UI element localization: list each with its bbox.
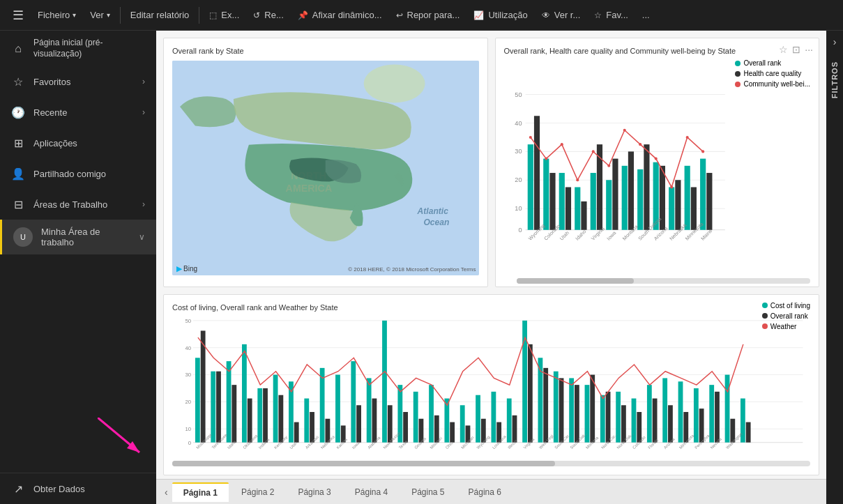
tab-page-1[interactable]: Página 1 <box>172 482 229 502</box>
svg-rect-80 <box>195 358 200 442</box>
toolbar-fav[interactable]: ☆ Fav... <box>587 6 635 24</box>
sidebar-item-shared[interactable]: 👤 Partilhado comigo <box>0 158 156 189</box>
svg-text:40: 40 <box>185 344 192 351</box>
bottom-scroll-thumb[interactable] <box>172 461 555 466</box>
map-attribution: © 2018 HERE, © 2018 Microsoft Corporatio… <box>348 266 476 273</box>
toolbar-re[interactable]: ↺ Re... <box>246 6 290 24</box>
svg-rect-117 <box>216 371 221 442</box>
svg-text:10: 10 <box>515 205 522 212</box>
sidebar-item-my-workspace[interactable]: U Minha Área de trabalho ∨ <box>0 220 156 254</box>
sidebar-item-workspaces[interactable]: ⊟ Áreas de Trabalho › <box>0 189 156 220</box>
svg-rect-91 <box>367 378 372 442</box>
sidebar-item-apps[interactable]: ⊞ Aplicações <box>0 128 156 158</box>
sidebar-item-home[interactable]: ⌂ Página inicial (pré-visualização) <box>0 31 156 66</box>
tab-page-5[interactable]: Página 5 <box>400 483 455 501</box>
legend-cost: Cost of living <box>762 302 810 310</box>
chart-actions: ☆ ⊡ ··· <box>779 44 813 55</box>
svg-text:50: 50 <box>515 91 522 98</box>
tab-nav-left[interactable]: ‹ <box>162 487 171 498</box>
svg-rect-83 <box>242 344 247 442</box>
svg-rect-84 <box>257 388 262 443</box>
toolbar-ex[interactable]: ⬚ Ex... <box>202 6 246 24</box>
clock-icon: 🕐 <box>11 106 25 119</box>
svg-rect-126 <box>356 405 361 442</box>
svg-point-47 <box>576 178 579 181</box>
content-area: Overall rank by State <box>156 31 826 504</box>
svg-rect-24 <box>590 173 595 230</box>
svg-rect-25 <box>606 180 612 230</box>
svg-rect-109 <box>647 385 652 443</box>
sidebar-item-recent[interactable]: 🕐 Recente › <box>0 97 156 128</box>
filters-collapse-button[interactable]: › <box>830 31 840 53</box>
tab-page-3[interactable]: Página 3 <box>287 483 342 501</box>
svg-rect-120 <box>263 388 268 443</box>
toolbar-more[interactable]: ... <box>635 6 657 24</box>
svg-rect-37 <box>612 159 618 230</box>
tab-page-6[interactable]: Página 6 <box>457 483 512 501</box>
toolbar-ficheiro[interactable]: Ficheiro ▾ <box>31 6 83 24</box>
svg-point-3 <box>364 64 425 102</box>
menu-button[interactable]: ☰ <box>6 3 31 28</box>
svg-rect-140 <box>575 385 579 443</box>
svg-text:20: 20 <box>515 176 522 183</box>
svg-rect-33 <box>549 173 555 230</box>
toolbar: ☰ Ficheiro ▾ Ver ▾ Editar relatório ⬚ Ex… <box>0 0 843 31</box>
svg-point-50 <box>623 129 625 132</box>
map-content: Atlantic Ocean NORTH AMERICA ▶ Bing <box>172 61 479 275</box>
svg-rect-122 <box>294 422 299 442</box>
star-icon: ☆ <box>11 75 25 89</box>
top-chart-scrollbar[interactable] <box>517 278 811 284</box>
svg-point-55 <box>701 150 704 153</box>
svg-text:0: 0 <box>188 439 192 445</box>
map-svg: Atlantic Ocean NORTH AMERICA <box>172 61 479 275</box>
more-chart-button[interactable]: ··· <box>805 44 813 55</box>
svg-rect-39 <box>644 144 649 230</box>
tab-page-4[interactable]: Página 4 <box>344 483 399 501</box>
svg-rect-138 <box>543 367 548 442</box>
toolbar-afixar[interactable]: 📌 Afixar dinâmico... <box>291 6 389 24</box>
svg-rect-82 <box>227 361 231 443</box>
toolbar-utilizacao[interactable]: 📈 Utilização <box>466 6 534 24</box>
svg-rect-41 <box>675 180 681 230</box>
svg-point-53 <box>670 185 673 188</box>
svg-text:40: 40 <box>515 120 522 127</box>
svg-point-54 <box>685 136 688 139</box>
scroll-thumb[interactable] <box>517 278 635 284</box>
svg-rect-129 <box>403 412 408 443</box>
svg-rect-34 <box>565 187 570 229</box>
toolbar-ver-r[interactable]: 👁 Ver r... <box>535 6 588 24</box>
svg-rect-127 <box>372 398 377 442</box>
top-right-chart-title: Overall rank, Health care quality and Co… <box>504 47 811 55</box>
chevron-right-icon: › <box>142 77 145 86</box>
avatar: U <box>13 227 33 247</box>
sidebar-item-get-data[interactable]: ↗ Obter Dados <box>0 473 156 504</box>
toolbar-divider-2 <box>199 7 199 24</box>
toolbar-ver[interactable]: Ver ▾ <box>83 6 117 24</box>
svg-rect-110 <box>662 378 667 442</box>
svg-rect-43 <box>706 173 712 230</box>
svg-point-52 <box>654 158 657 160</box>
svg-rect-139 <box>559 378 564 442</box>
svg-rect-35 <box>581 201 586 230</box>
svg-rect-31 <box>700 159 706 230</box>
toolbar-editar[interactable]: Editar relatório <box>123 6 197 24</box>
pin-chart-button[interactable]: ☆ <box>779 44 788 55</box>
svg-text:20: 20 <box>185 399 192 405</box>
expand-chart-button[interactable]: ⊡ <box>792 44 800 55</box>
svg-rect-30 <box>684 166 690 230</box>
get-data-icon: ↗ <box>11 482 25 496</box>
sidebar: ⌂ Página inicial (pré-visualização) ☆ Fa… <box>0 31 156 504</box>
sidebar-item-favorites[interactable]: ☆ Favoritos › <box>0 66 156 97</box>
svg-rect-20 <box>527 144 533 230</box>
svg-rect-88 <box>320 367 325 442</box>
svg-rect-142 <box>606 391 611 442</box>
tab-page-2[interactable]: Página 2 <box>230 483 285 501</box>
svg-rect-114 <box>725 374 730 442</box>
bottom-chart-scrollbar[interactable] <box>172 461 810 466</box>
svg-text:10: 10 <box>185 426 192 432</box>
home-icon: ⌂ <box>11 43 25 55</box>
toolbar-repor[interactable]: ↩ Repor para... <box>389 6 467 24</box>
arrow-annotation <box>98 418 153 462</box>
svg-point-45 <box>545 158 547 160</box>
filters-panel: › FILTROS <box>826 31 843 504</box>
